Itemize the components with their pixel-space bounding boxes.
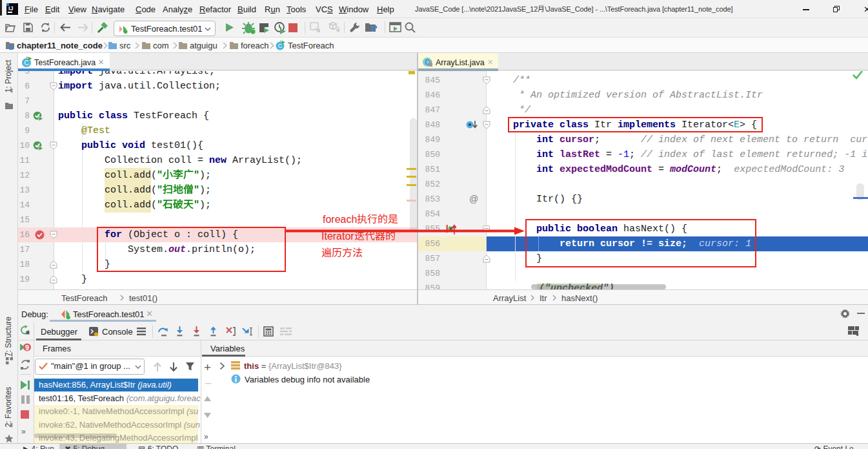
svg-text:9: 9 <box>25 344 29 351</box>
svg-text:C: C <box>24 59 28 67</box>
svg-text:C: C <box>278 43 283 49</box>
